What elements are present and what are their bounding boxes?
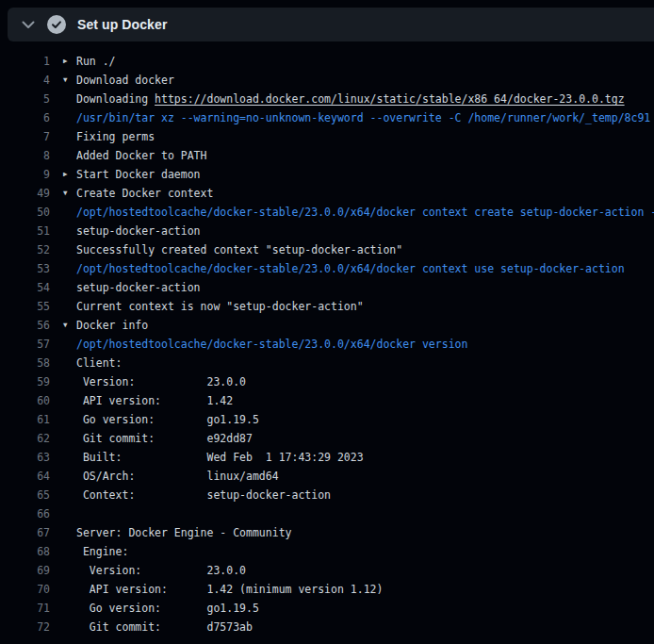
caret-spacer (63, 90, 76, 108)
caret-spacer (63, 523, 76, 542)
log-text: Current context is now "setup-docker-act… (76, 297, 654, 316)
log-line-number[interactable]: 72 (0, 618, 50, 636)
chevron-down-icon (22, 18, 35, 32)
log-group-row[interactable]: 1▶Run ./ (0, 52, 654, 71)
log-line-number[interactable]: 55 (0, 297, 50, 316)
caret-spacer (63, 467, 76, 486)
log-line: 5Downloading https://download.docker.com… (0, 90, 654, 108)
log-text: Git commit: e92dd87 (76, 429, 654, 448)
caret-down-icon[interactable]: ▼ (63, 316, 76, 335)
step-title: Set up Docker (77, 17, 167, 32)
caret-right-icon[interactable]: ▶ (63, 52, 76, 71)
log-line-number[interactable]: 54 (0, 278, 50, 297)
step-header[interactable]: Set up Docker (8, 8, 654, 41)
log-line-number[interactable]: 7 (0, 127, 50, 146)
log-line: 8Added Docker to PATH (0, 146, 654, 165)
log-line: 60 API version: 1.42 (0, 391, 654, 410)
log-line: 62 Git commit: e92dd87 (0, 429, 654, 448)
caret-right-icon[interactable]: ▶ (63, 165, 76, 184)
log-line-number[interactable]: 66 (0, 504, 50, 523)
log-line-number[interactable]: 64 (0, 467, 50, 486)
log-line: 67Server: Docker Engine - Community (0, 523, 654, 542)
log-line: 72 Git commit: d7573ab (0, 618, 654, 636)
log-line-number[interactable]: 50 (0, 203, 50, 222)
collapse-step-button[interactable] (13, 8, 43, 41)
log-text: Go version: go1.19.5 (76, 410, 654, 429)
log-line: 50/opt/hostedtoolcache/docker-stable/23.… (0, 203, 654, 222)
log-line-number[interactable]: 8 (0, 146, 50, 165)
log-line-number[interactable]: 59 (0, 372, 50, 391)
log-text: Built: Wed Feb 1 17:43:29 2023 (76, 448, 654, 467)
log-group-row[interactable]: 9▶Start Docker daemon (0, 165, 654, 184)
log-line-number[interactable]: 70 (0, 580, 50, 599)
caret-spacer (63, 278, 76, 297)
caret-spacer (63, 618, 76, 636)
caret-spacer (63, 486, 76, 504)
log-line-number[interactable]: 53 (0, 259, 50, 278)
log-line-number[interactable]: 71 (0, 599, 50, 618)
log-line-number[interactable]: 1 (0, 52, 50, 71)
log-line: 51setup-docker-action (0, 222, 654, 240)
log-line-number[interactable]: 62 (0, 429, 50, 448)
log-command-text: /usr/bin/tar xz --warning=no-unknown-key… (76, 108, 654, 127)
log-text: Server: Docker Engine - Community (76, 523, 654, 542)
log-text (76, 504, 654, 523)
log-line-number[interactable]: 63 (0, 448, 50, 467)
log-text: API version: 1.42 (minimum version 1.12) (76, 580, 654, 599)
caret-spacer (63, 222, 76, 240)
log-line: 58Client: (0, 354, 654, 372)
log-line: 63 Built: Wed Feb 1 17:43:29 2023 (0, 448, 654, 467)
log-group-title: Run ./ (76, 52, 654, 71)
log-line-number[interactable]: 52 (0, 240, 50, 259)
log-line-number[interactable]: 4 (0, 71, 50, 90)
log-group-row[interactable]: 4▼Download docker (0, 71, 654, 90)
log-text: Successfully created context "setup-dock… (76, 240, 654, 259)
log-line-number[interactable]: 9 (0, 165, 50, 184)
log-text: Go version: go1.19.5 (76, 599, 654, 618)
log-line: 66 (0, 504, 654, 523)
caret-down-icon[interactable]: ▼ (63, 184, 76, 203)
step-success-icon (47, 15, 66, 34)
log-text: Git commit: d7573ab (76, 618, 654, 636)
log-line: 69 Version: 23.0.0 (0, 561, 654, 580)
caret-spacer (63, 108, 76, 127)
log-line: 68 Engine: (0, 542, 654, 561)
caret-spacer (63, 542, 76, 561)
log-line-number[interactable]: 58 (0, 354, 50, 372)
log-text: Version: 23.0.0 (76, 561, 654, 580)
log-line-number[interactable]: 5 (0, 90, 50, 108)
log-line: 70 API version: 1.42 (minimum version 1.… (0, 580, 654, 599)
log-group-row[interactable]: 56▼Docker info (0, 316, 654, 335)
log-line-number[interactable]: 61 (0, 410, 50, 429)
caret-spacer (63, 504, 76, 523)
caret-spacer (63, 127, 76, 146)
log-line-number[interactable]: 65 (0, 486, 50, 504)
log-line: 65 Context: setup-docker-action (0, 486, 654, 504)
log-line: 64 OS/Arch: linux/amd64 (0, 467, 654, 486)
log-line: 53/opt/hostedtoolcache/docker-stable/23.… (0, 259, 654, 278)
log-text: Downloading (76, 92, 155, 106)
log-text: OS/Arch: linux/amd64 (76, 467, 654, 486)
log-line-number[interactable]: 51 (0, 222, 50, 240)
log-url-link[interactable]: https://download.docker.com/linux/static… (155, 92, 625, 106)
log-group-title: Start Docker daemon (76, 165, 654, 184)
log-line-number[interactable]: 6 (0, 108, 50, 127)
caret-spacer (63, 429, 76, 448)
log-line-number[interactable]: 60 (0, 391, 50, 410)
log-line-number[interactable]: 67 (0, 523, 50, 542)
log-line-number[interactable]: 69 (0, 561, 50, 580)
log-line-number[interactable]: 56 (0, 316, 50, 335)
log-line-number[interactable]: 57 (0, 335, 50, 354)
caret-down-icon[interactable]: ▼ (63, 71, 76, 90)
log-command-text: /opt/hostedtoolcache/docker-stable/23.0.… (76, 259, 654, 278)
caret-spacer (63, 146, 76, 165)
log-text: Context: setup-docker-action (76, 486, 654, 504)
log-line-number[interactable]: 68 (0, 542, 50, 561)
caret-spacer (63, 240, 76, 259)
log-group-row[interactable]: 49▼Create Docker context (0, 184, 654, 203)
caret-spacer (63, 259, 76, 278)
log-line-number[interactable]: 49 (0, 184, 50, 203)
log-line: 71 Go version: go1.19.5 (0, 599, 654, 618)
log-viewer: 1▶Run ./4▼Download docker5Downloading ht… (0, 41, 654, 644)
log-line: 54setup-docker-action (0, 278, 654, 297)
